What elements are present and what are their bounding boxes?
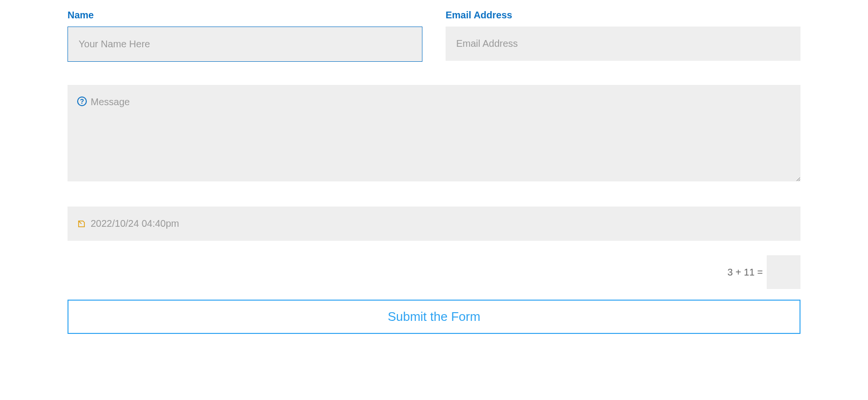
email-input[interactable]	[446, 27, 800, 61]
name-input[interactable]	[68, 27, 422, 62]
calendar-icon[interactable]	[77, 220, 86, 228]
message-textarea[interactable]	[68, 85, 800, 181]
email-field-group: Email Address	[446, 10, 800, 62]
email-label: Email Address	[446, 10, 800, 21]
form-row-top: Name Email Address	[68, 10, 800, 62]
submit-button[interactable]: Submit the Form	[68, 300, 800, 334]
captcha-group: 3 + 11 =	[68, 255, 800, 289]
datetime-input[interactable]	[68, 207, 800, 241]
help-icon[interactable]: ?	[77, 97, 87, 106]
datetime-field-group	[68, 207, 800, 241]
name-field-group: Name	[68, 10, 422, 62]
captcha-input[interactable]	[767, 255, 800, 289]
message-field-group: ?	[68, 85, 800, 183]
name-label: Name	[68, 10, 422, 21]
contact-form: Name Email Address ? 3 + 11 = Submit the…	[68, 10, 800, 334]
captcha-question: 3 + 11 =	[728, 267, 763, 278]
